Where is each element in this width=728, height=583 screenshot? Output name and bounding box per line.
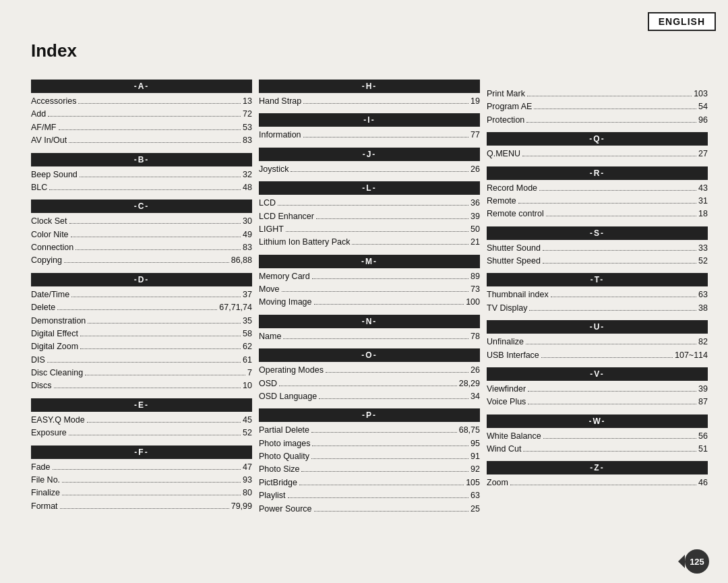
entry-dots	[88, 323, 241, 324]
entry-name: Hand Strap	[259, 95, 301, 108]
index-entry: Playlist63	[259, 489, 480, 502]
entry-page: 103	[694, 88, 708, 100]
entry-page: 45	[243, 414, 252, 427]
entry-dots	[312, 278, 468, 279]
entry-name: Print Mark	[487, 88, 525, 100]
entry-dots	[326, 372, 468, 373]
index-entry: Finalize80	[31, 487, 252, 499]
section-header-z: -Z-	[487, 461, 708, 474]
entry-page: 77	[471, 129, 480, 142]
entry-page: 79,99	[231, 500, 252, 513]
entry-dots	[78, 103, 241, 104]
entry-page: 48	[243, 181, 252, 194]
entry-page: 83	[243, 241, 252, 254]
entry-dots	[543, 263, 696, 264]
entry-name: TV Display	[487, 302, 527, 315]
index-entry: Unfinalize82	[487, 336, 708, 348]
section-header-w: -W-	[487, 415, 708, 428]
entry-name: Information	[259, 129, 301, 142]
index-entry: LCD36	[259, 197, 480, 210]
entry-name: Memory Card	[259, 270, 310, 283]
entry-name: Remote	[487, 195, 516, 208]
section-header-f: -F-	[31, 446, 252, 459]
entry-page: 26	[471, 163, 480, 176]
entry-page: 58	[243, 328, 252, 340]
entry-name: Joystick	[259, 163, 289, 176]
entry-page: 92	[471, 463, 480, 476]
entry-name: White Balance	[487, 430, 541, 443]
index-entry: Fade47	[31, 461, 252, 474]
entry-name: Operating Modes	[259, 364, 324, 377]
entry-page: 39	[471, 210, 480, 223]
entry-page: 89	[471, 270, 480, 283]
entry-name: Move	[259, 283, 280, 296]
entry-page: 30	[243, 215, 252, 228]
index-entry: USB Interface107~114	[487, 349, 708, 362]
entry-dots	[283, 338, 468, 339]
entry-dots	[541, 357, 673, 358]
entry-page: 33	[698, 242, 708, 255]
entry-page: 7	[247, 367, 252, 379]
entry-page: 91	[471, 450, 480, 463]
index-content: -A-Accessories13Add72AF/MF53AV In/Out83-…	[31, 74, 715, 563]
entry-name: Demonstration	[31, 315, 86, 328]
index-entry: AV In/Out83	[31, 134, 252, 147]
section-header-v: -V-	[487, 367, 708, 381]
entry-dots	[312, 446, 468, 446]
entry-page: 78	[471, 330, 480, 343]
index-entry: PictBridge105	[259, 477, 480, 489]
entry-dots	[539, 190, 696, 191]
entry-page: 37	[243, 288, 252, 301]
entry-name: Program AE	[487, 100, 532, 113]
section-header-m: -M-	[259, 255, 480, 268]
entry-page: 107~114	[675, 349, 708, 362]
entry-page: 25	[471, 503, 480, 516]
entry-page: 39	[698, 383, 708, 396]
entry-page: 86,88	[231, 254, 252, 267]
section-header-r: -R-	[487, 166, 708, 180]
index-entry: Viewfinder39	[487, 383, 708, 396]
entry-name: Wind Cut	[487, 443, 521, 456]
index-entry: Format79,99	[31, 500, 252, 513]
entry-dots	[319, 398, 468, 399]
index-entry: Digital Effect58	[31, 328, 252, 340]
entry-name: LCD	[259, 197, 276, 210]
entry-dots	[278, 205, 468, 206]
entry-dots	[80, 177, 241, 177]
index-entry: Thumbnail index63	[487, 288, 708, 301]
entry-name: OSD Language	[259, 390, 317, 403]
entry-name: Digital Zoom	[31, 340, 78, 353]
entry-name: Date/Time	[31, 288, 69, 301]
entry-page: 53	[243, 121, 252, 134]
entry-page: 51	[698, 443, 708, 456]
entry-page: 100	[466, 296, 480, 309]
section-header-n: -N-	[259, 315, 480, 328]
entry-name: Voice Plus	[487, 396, 526, 408]
entry-dots	[316, 218, 468, 219]
entry-page: 13	[243, 95, 252, 108]
index-entry: Move73	[259, 283, 480, 296]
index-entry: Demonstration35	[31, 315, 252, 328]
entry-page: 68,75	[459, 424, 480, 437]
index-entry: Print Mark103	[487, 88, 708, 100]
section-header-e: -E-	[31, 398, 252, 412]
entry-dots	[314, 511, 469, 512]
entry-dots	[303, 103, 468, 104]
entry-page: 35	[243, 315, 252, 328]
entry-name: Clock Set	[31, 215, 67, 228]
index-entry: Zoom46	[487, 477, 708, 489]
entry-name: Playlist	[259, 489, 286, 502]
entry-page: 31	[698, 195, 708, 208]
entry-name: Viewfinder	[487, 383, 526, 396]
index-entry: EASY.Q Mode45	[31, 414, 252, 427]
entry-name: Accessories	[31, 95, 76, 108]
page-title: Index	[31, 40, 77, 61]
entry-dots	[529, 310, 696, 311]
index-entry: Program AE54	[487, 100, 708, 113]
entry-dots	[311, 432, 457, 433]
index-entry: Voice Plus87	[487, 396, 708, 408]
entry-dots	[551, 297, 696, 297]
entry-dots	[48, 116, 241, 117]
index-entry: Accessories13	[31, 95, 252, 108]
index-entry: Partial Delete68,75	[259, 424, 480, 437]
